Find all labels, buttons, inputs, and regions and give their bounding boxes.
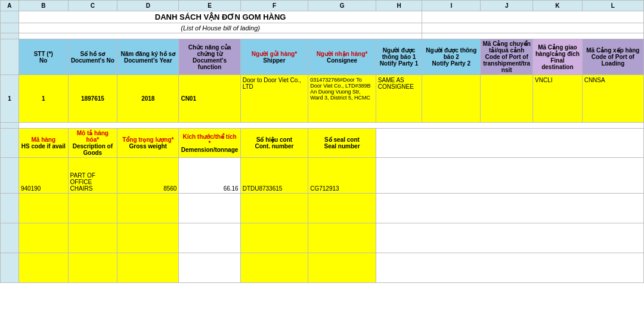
col-L: L (582, 1, 643, 11)
sub-data-row-1: 940190 PART OF OFFICE CHAIRS 8560 66.16 … (1, 158, 644, 194)
cell-chuc-nang[interactable]: CN01 (179, 75, 240, 123)
col-J: J (481, 1, 533, 11)
sub-header-kich-thuoc: Kích thước/thể tích *Demension/tonnage (179, 129, 240, 158)
cell-notify2[interactable] (422, 75, 481, 123)
header-ma-cang-xep: Mã Cảng xếp hàngCode of Port of Loading (582, 39, 643, 75)
sub-cell-kich-thuoc[interactable]: 66.16 (179, 158, 240, 194)
data-row-1: 1 1 1897615 2018 CN01 Door to Door Viet … (1, 75, 644, 123)
subtitle: (List of House bill of lading) (18, 23, 422, 33)
header-nam-dk: Năm đăng ký hồ sơDocument's Year (117, 39, 179, 75)
header-nguoi-gui: Người gửi hàng*Shipper (240, 39, 308, 75)
col-A: A (1, 1, 19, 11)
header-ma-cang-chuyen: Mã Cảng chuyển tải/quá cảnhCode of Port … (481, 39, 533, 75)
header-chuc-nang: Chức năng của chứng từDocument's functio… (179, 39, 240, 75)
col-B: B (18, 1, 68, 11)
cell-notify1[interactable]: SAME AS CONSIGNEE (376, 75, 422, 123)
col-E: E (179, 1, 240, 11)
cell-so-ho-so[interactable]: 1897615 (68, 75, 117, 123)
main-title: DANH SÁCH VẬN ĐƠN GOM HÀNG (18, 11, 422, 23)
spreadsheet: A B C D E F G H I J K L DANH SÁCH VẬN ĐƠ… (0, 0, 644, 333)
sub-cell-mo-ta[interactable]: PART OF OFFICE CHAIRS (68, 158, 117, 194)
header-stt: STT (*)No (18, 39, 68, 75)
sub-header-so-seal: Số seal contSeal number (308, 129, 376, 158)
sub-cell-so-seal[interactable]: CG712913 (308, 158, 376, 194)
header-nguoi-nhan: Người nhận hàng*Consignee (308, 39, 376, 75)
col-I: I (422, 1, 481, 11)
cell-ma-cang-chuyen[interactable] (481, 75, 533, 123)
header-notify1: Người được thông báo 1Notify Party 1 (376, 39, 422, 75)
cell-ma-cang-xep[interactable]: CNNSA (582, 75, 643, 123)
col-H: H (376, 1, 422, 11)
col-D: D (117, 1, 179, 11)
sub-header-row: Mã hàngHS code if avail Mô tả hàng hóa*D… (1, 129, 644, 158)
empty-row-2 (1, 123, 644, 129)
col-letter-row: A B C D E F G H I J K L (1, 1, 644, 11)
subtitle-row: (List of House bill of lading) (1, 23, 644, 33)
sub-cell-so-hieu-cont[interactable]: DTDU8733615 (240, 158, 308, 194)
title-row: DANH SÁCH VẬN ĐƠN GOM HÀNG (1, 11, 644, 23)
col-C: C (68, 1, 117, 11)
cell-nguoi-nhan[interactable]: 0314732766#Door To Door Viet Co., LTD#38… (308, 75, 376, 123)
cell-ma-cang-giao[interactable]: VNCLI (533, 75, 583, 123)
header-ma-cang-giao: Mã Cảng giao hàng/cảng đíchFinal destina… (533, 39, 583, 75)
cell-stt[interactable]: 1 (18, 75, 68, 123)
header-row: STT (*)No Số hồ sơDocument's No Năm đăng… (1, 39, 644, 75)
col-K: K (533, 1, 583, 11)
header-so-ho-so: Số hồ sơDocument's No (68, 39, 117, 75)
sub-data-row-4 (1, 253, 644, 283)
col-F: F (240, 1, 308, 11)
empty-row-1 (1, 33, 644, 39)
sub-header-so-hieu-cont: Số hiệu contCont. number (240, 129, 308, 158)
col-G: G (308, 1, 376, 11)
cell-nam-dk[interactable]: 2018 (117, 75, 179, 123)
cell-nguoi-gui[interactable]: Door to Door Viet Co., LTD (240, 75, 308, 123)
sub-cell-ma-hang[interactable]: 940190 (18, 158, 68, 194)
sub-header-trong-luong: Tổng trọng lượng*Gross weight (117, 129, 179, 158)
sub-data-row-3 (1, 223, 644, 253)
sub-data-row-2 (1, 194, 644, 223)
sub-header-ma-hang: Mã hàngHS code if avail (18, 129, 68, 158)
sub-cell-trong-luong[interactable]: 8560 (117, 158, 179, 194)
sub-header-mo-ta: Mô tả hàng hóa*Description of Goods (68, 129, 117, 158)
header-notify2: Người được thông báo 2Notify Party 2 (422, 39, 481, 75)
